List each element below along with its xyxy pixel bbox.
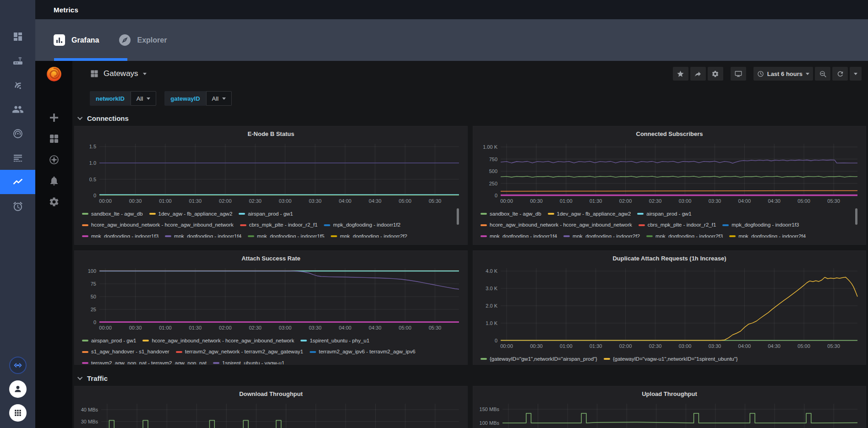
svg-text:02:00: 02:00 bbox=[219, 198, 232, 204]
legend-item[interactable]: mpk_dogfooding - indoorr2f2 bbox=[331, 232, 407, 238]
legend-item[interactable]: mpk_dogfooding - indoorr1f3 bbox=[82, 232, 158, 238]
legend-item[interactable]: mpk_dogfooding - indoorr2f2 bbox=[563, 232, 640, 238]
tab-bar: Grafana Explorer bbox=[35, 19, 868, 61]
grafana-nav bbox=[49, 112, 60, 207]
svg-text:04:00: 04:00 bbox=[339, 198, 352, 204]
panel-title[interactable]: Duplicate Attach Requests (1h Increase) bbox=[477, 253, 862, 264]
legend-item[interactable]: mpk_dogfooding - indoorr1f3 bbox=[722, 220, 799, 230]
configuration-button[interactable] bbox=[49, 196, 60, 207]
legend-item[interactable]: cbrs_mpk_plte - indoor_r2_f1 bbox=[639, 220, 716, 230]
duplicate-attach-requests-chart[interactable]: 00:0000:3001:0001:3002:0002:3003:0003:30… bbox=[477, 266, 862, 351]
legend-item[interactable]: 1dev_agw - fb_appliance_agw2 bbox=[548, 209, 631, 219]
svg-text:04:00: 04:00 bbox=[339, 325, 352, 330]
legend-item[interactable]: hcore_agw_inbound_network - hcore_agw_in… bbox=[480, 220, 632, 230]
dashboard-title-dropdown[interactable]: Gateways bbox=[90, 69, 147, 78]
legend-scrollbar[interactable] bbox=[457, 208, 459, 225]
legend-item[interactable]: terravm2_agw_non_nat - terravm2_agw_non_… bbox=[82, 358, 207, 365]
panel-title[interactable]: Upload Throughput bbox=[477, 389, 862, 400]
explorer-tab-icon bbox=[119, 34, 131, 46]
app-bar: Metrics bbox=[35, 0, 868, 19]
svg-text:01:00: 01:00 bbox=[560, 343, 573, 349]
apps-button[interactable] bbox=[9, 404, 27, 422]
legend-item[interactable]: mpk_dogfooding - indoorr2f3 bbox=[646, 232, 723, 238]
legend-item[interactable]: {gatewayID="vagw-u1",networkID="1spirent… bbox=[604, 354, 738, 364]
legend-item[interactable]: {gatewayID="gw1",networkID="airspan_prod… bbox=[480, 354, 597, 364]
legend-item[interactable]: s1_agw_handover - s1_handover bbox=[82, 347, 169, 357]
legend-scrollbar[interactable] bbox=[855, 208, 857, 225]
dashboard-settings-button[interactable] bbox=[708, 67, 723, 81]
alerting-button[interactable] bbox=[49, 175, 60, 186]
enodeb-status-chart[interactable]: 00:0000:3001:0001:3002:0002:3003:0003:30… bbox=[78, 141, 464, 206]
account-button[interactable] bbox=[9, 380, 27, 398]
time-range-button[interactable]: Last 6 hours bbox=[753, 67, 813, 81]
sidebar-item-alarms[interactable] bbox=[0, 194, 35, 218]
svg-text:02:30: 02:30 bbox=[249, 325, 262, 330]
svg-text:02:30: 02:30 bbox=[649, 198, 662, 204]
grafana-logo[interactable] bbox=[45, 65, 63, 83]
section-traffic[interactable]: Traffic bbox=[72, 370, 868, 386]
legend-item[interactable]: hcore_agw_inbound_network - hcore_agw_in… bbox=[142, 336, 294, 346]
legend-item[interactable]: 1dev_agw - fb_appliance_agw2 bbox=[149, 209, 233, 219]
legend-item[interactable]: airspan_prod - gw1 bbox=[637, 209, 691, 219]
legend-item[interactable]: terravm2_agw_ipv6 - terravm2_agw_ipv6 bbox=[310, 347, 415, 357]
create-button[interactable] bbox=[49, 112, 60, 123]
upload-throughput-chart[interactable]: 00:0000:3001:0001:3002:0002:3003:0003:30… bbox=[477, 401, 862, 428]
variable-value-dropdown[interactable]: All bbox=[206, 91, 232, 106]
panel-title[interactable]: Attach Success Rate bbox=[78, 253, 464, 264]
legend-item[interactable]: airspan_prod - gw1 bbox=[82, 336, 136, 346]
tv-mode-button[interactable] bbox=[731, 67, 746, 81]
legend-item[interactable]: hcore_agw_inbound_network - hcore_agw_in… bbox=[82, 220, 234, 230]
api-docs-button[interactable] bbox=[9, 357, 27, 374]
attach-success-rate-chart[interactable]: 00:0000:3001:0001:3002:0002:3003:0003:30… bbox=[78, 266, 464, 332]
tab-grafana[interactable]: Grafana bbox=[44, 19, 109, 61]
sidebar-item-network[interactable] bbox=[0, 73, 35, 97]
panel-title[interactable]: Download Throughput bbox=[78, 389, 464, 400]
variable-value-dropdown[interactable]: All bbox=[131, 91, 156, 106]
legend-item[interactable]: airspan_prod - gw1 bbox=[239, 209, 293, 219]
panel-title[interactable]: Connected Subscribers bbox=[477, 129, 862, 140]
legend-swatch-icon bbox=[480, 213, 487, 215]
svg-text:4.0 K: 4.0 K bbox=[486, 268, 497, 274]
legend-item[interactable]: sandbox_lte - agw_db bbox=[82, 209, 143, 219]
section-label: Connections bbox=[87, 114, 129, 122]
sidebar-item-dashboard[interactable] bbox=[0, 24, 35, 49]
svg-text:500: 500 bbox=[489, 168, 497, 174]
legend-item[interactable]: 1spirent_ubuntu - vagw-u1 bbox=[213, 358, 284, 365]
sidebar-item-metrics[interactable] bbox=[0, 170, 35, 194]
explore-button[interactable] bbox=[49, 154, 60, 165]
tab-explorer[interactable]: Explorer bbox=[109, 19, 177, 61]
panel-title[interactable]: E-Node B Status bbox=[78, 129, 464, 140]
section-connections[interactable]: Connections bbox=[72, 110, 868, 126]
panel-row: Download Throughput 00:0000:3001:0001:30… bbox=[74, 386, 866, 428]
sidebar-item-radio[interactable] bbox=[0, 121, 35, 146]
sidebar-item-logs[interactable] bbox=[0, 146, 35, 170]
legend-swatch-icon bbox=[480, 358, 487, 360]
explore-compass-icon bbox=[49, 154, 60, 165]
legend-item[interactable]: mpk_dogfooding - indoorr1f4 bbox=[165, 232, 241, 238]
legend-item[interactable]: terravm2_agw_network - terravm2_agw_gate… bbox=[176, 347, 303, 357]
share-button[interactable] bbox=[690, 67, 706, 81]
legend-item[interactable]: cbrs_mpk_plte - indoor_r2_f1 bbox=[240, 220, 318, 230]
legend-swatch-icon bbox=[639, 224, 645, 226]
zoom-out-button[interactable] bbox=[815, 67, 830, 81]
legend-item[interactable]: 1spirent_ubuntu - phy_u1 bbox=[300, 336, 369, 346]
star-button[interactable] bbox=[673, 67, 688, 81]
download-throughput-chart[interactable]: 00:0000:3001:0001:3002:0002:3003:0003:30… bbox=[78, 401, 464, 428]
legend-item[interactable]: sandbox_lte - agw_db bbox=[480, 209, 541, 219]
svg-text:02:30: 02:30 bbox=[649, 343, 662, 349]
sidebar-item-gateways[interactable] bbox=[0, 49, 35, 73]
legend-swatch-icon bbox=[248, 235, 254, 237]
svg-text:03:30: 03:30 bbox=[309, 198, 322, 204]
sidebar-item-subscribers[interactable] bbox=[0, 97, 35, 121]
legend-item[interactable]: mpk_dogfooding - indoorr1f2 bbox=[324, 220, 400, 230]
legend-item[interactable]: mpk_dogfooding - indoorr2f4 bbox=[729, 232, 806, 238]
legend-item[interactable]: mpk_dogfooding - indoorr1f4 bbox=[480, 232, 557, 238]
refresh-interval-button[interactable] bbox=[850, 67, 862, 81]
refresh-button[interactable] bbox=[832, 67, 848, 81]
configuration-gear-icon bbox=[49, 196, 60, 207]
panel-connected-subscribers: Connected Subscribers 00:0000:3001:0001:… bbox=[473, 126, 866, 245]
connected-subscribers-chart[interactable]: 00:0000:3001:0001:3002:0002:3003:0003:30… bbox=[477, 141, 862, 206]
dashboards-button[interactable] bbox=[49, 133, 60, 144]
legend-item[interactable]: mpk_dogfooding - indoorr1f5 bbox=[248, 232, 324, 238]
panel-download-throughput: Download Throughput 00:0000:3001:0001:30… bbox=[74, 386, 468, 428]
